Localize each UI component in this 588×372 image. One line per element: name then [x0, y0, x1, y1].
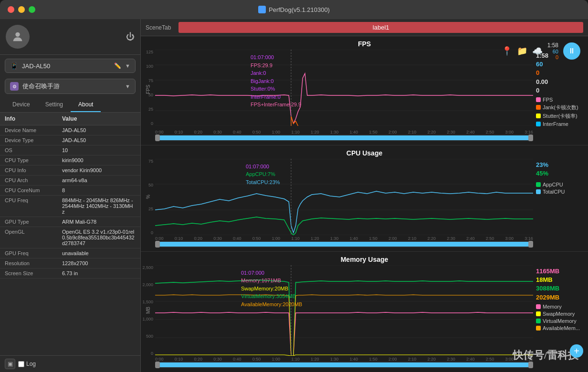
- memory-legend-available: AvailableMem...: [536, 325, 585, 331]
- close-button[interactable]: [8, 6, 14, 13]
- app-title: PerfDog(v5.1.210300): [258, 6, 330, 13]
- fps-legend-stutter: Stutter(卡顿率): [536, 113, 585, 120]
- charts-scroll[interactable]: FPS FPS 125 100 75 50 25 0: [141, 36, 588, 372]
- cpu-y-25: 25: [148, 207, 153, 211]
- maximize-button[interactable]: [29, 6, 35, 13]
- info-row: CPU Info vendor Kirin9000: [0, 165, 140, 176]
- cpu-chart-title: CPU Usage: [141, 149, 588, 157]
- time-display: 1:58: [547, 42, 558, 49]
- memory-legend-swap-dot: [536, 311, 541, 316]
- info-key: CPU Freq: [5, 197, 62, 215]
- fps-scrollbar-left[interactable]: [155, 134, 160, 141]
- info-row: CPU Type kirin9000: [0, 155, 140, 165]
- info-value: vendor Kirin9000: [62, 167, 136, 173]
- memory-scrollbar[interactable]: [155, 362, 533, 368]
- sidebar: ⏻ 📱 JAD-AL50 ✏️ ▼ ⚙ 使命召唤手游 ▼ Device Sett…: [0, 19, 141, 372]
- info-value: kirin9000: [62, 157, 136, 163]
- memory-legend-swap-label: SwapMemory: [543, 311, 575, 317]
- fps-legend-fps-dot: [536, 97, 541, 102]
- device-selector[interactable]: 📱 JAD-AL50 ✏️ ▼: [5, 59, 136, 73]
- tab-bar: Device Setting About: [0, 98, 140, 113]
- fps-y-50: 50: [148, 93, 153, 97]
- info-key: CPU Arch: [5, 177, 62, 183]
- sidebar-bottom: ▣ Log: [0, 355, 140, 372]
- memory-legend-available-dot: [536, 326, 541, 331]
- cpu-scrollbar[interactable]: [155, 241, 533, 248]
- info-row: Screen Size 6.73 in: [0, 269, 140, 279]
- fps-x-3: 0:30: [213, 130, 222, 134]
- minimize-button[interactable]: [18, 6, 25, 13]
- info-value: ARM Mali-G78: [62, 219, 136, 225]
- titlebar-buttons: [8, 6, 35, 13]
- sidebar-top: ⏻: [0, 19, 140, 55]
- play-pause-button[interactable]: ⏸: [563, 42, 580, 60]
- app-selector[interactable]: ⚙ 使命召唤手游 ▼: [5, 79, 136, 94]
- cpu-scrollbar-right[interactable]: [528, 241, 533, 248]
- folder-icon[interactable]: 📁: [517, 46, 527, 56]
- memory-legend-memory-label: Memory: [543, 304, 562, 310]
- cpu-chart-area: % 75 50 25 0: [141, 159, 588, 235]
- fps-right-panel: 1:58 60 0 0.00 0 FPS Jank(卡顿: [533, 50, 588, 129]
- cpu-scrollbar-thumb[interactable]: [159, 242, 529, 247]
- tab-device[interactable]: Device: [5, 98, 38, 112]
- user-icon: [11, 30, 24, 43]
- fps-legend-fps-label: FPS: [543, 97, 553, 103]
- location-icon[interactable]: 📍: [502, 46, 512, 56]
- info-key: OS: [5, 147, 62, 153]
- fps-x-18: 3:00: [505, 130, 514, 134]
- cpu-right-panel: 23% 45% AppCPU TotalCPU: [533, 159, 588, 235]
- info-row: OpenGL OpenGL ES 3.2 v1.r23p0-01rel0.5b9…: [0, 227, 140, 248]
- cpu-y-0: 0: [151, 230, 153, 235]
- cpu-chart: CPU Usage % 75 50 25 0: [141, 145, 588, 252]
- fps-x-16: 2:40: [466, 130, 475, 134]
- info-key: CPU Info: [5, 167, 62, 173]
- fps-x-6: 1:00: [272, 130, 281, 134]
- info-table-header: Info Value: [0, 113, 140, 125]
- fps-x-1: 0:10: [175, 130, 183, 134]
- scene-tab-bar: SceneTab label1: [141, 19, 588, 36]
- cpu-scrollbar-left[interactable]: [155, 241, 160, 248]
- app-arrow: ▼: [125, 83, 130, 89]
- add-chart-button[interactable]: +: [570, 344, 583, 358]
- log-label[interactable]: Log: [26, 361, 36, 367]
- cpu-legend-totalcpu: TotalCPU: [536, 189, 585, 195]
- fps-legend-stutter-dot: [536, 114, 541, 118]
- log-checkbox-input[interactable]: [18, 361, 24, 367]
- log-checkbox-container[interactable]: Log: [18, 361, 36, 367]
- cpu-legend-totalcpu-dot: [536, 189, 541, 194]
- info-row: Device Type JAD-AL50: [0, 135, 140, 145]
- info-key: Screen Size: [5, 270, 62, 276]
- memory-chart-title: Memory Usage: [141, 256, 588, 263]
- tab-setting[interactable]: Setting: [38, 98, 71, 112]
- cpu-legend-appcpu-dot: [536, 182, 541, 187]
- scene-tab-active[interactable]: label1: [178, 22, 583, 33]
- app-name: 使命召唤手游: [22, 82, 121, 91]
- fps-scrollbar[interactable]: [155, 134, 533, 141]
- fps-scrollbar-thumb[interactable]: [159, 135, 529, 140]
- memory-scrollbar-left[interactable]: [155, 362, 160, 368]
- memory-scrollbar-thumb[interactable]: [159, 362, 529, 367]
- info-key: GPU Freq: [5, 250, 62, 256]
- fps-x-17: 2:50: [486, 130, 494, 134]
- cpu-chart-content: 75 50 25 0: [155, 159, 533, 235]
- fps-y-100: 100: [146, 64, 153, 69]
- fps-scrollbar-right[interactable]: [528, 134, 533, 141]
- fps-x-14: 2:20: [428, 130, 436, 134]
- info-value: unavailable: [62, 250, 136, 256]
- cpu-y-50: 50: [148, 183, 153, 187]
- fps-x-9: 1:30: [330, 130, 339, 134]
- expand-button[interactable]: ▣: [5, 359, 15, 369]
- power-button[interactable]: ⏻: [126, 32, 135, 42]
- tab-about[interactable]: About: [71, 98, 101, 112]
- memory-right-v3: 3088MB: [536, 284, 585, 293]
- memory-scrollbar-right[interactable]: [528, 362, 533, 368]
- info-key: CPU CoreNum: [5, 187, 62, 193]
- info-value: 6.73 in: [62, 270, 136, 276]
- device-icon: 📱: [10, 62, 18, 70]
- info-value: 10: [62, 147, 136, 153]
- fps-x-10: 1:40: [350, 130, 358, 134]
- scene-tab-label: SceneTab: [146, 24, 171, 31]
- cpu-legend-totalcpu-label: TotalCPU: [543, 189, 565, 195]
- title-text: PerfDog(v5.1.210300): [269, 6, 330, 13]
- cloud-icon[interactable]: ☁️: [532, 46, 543, 56]
